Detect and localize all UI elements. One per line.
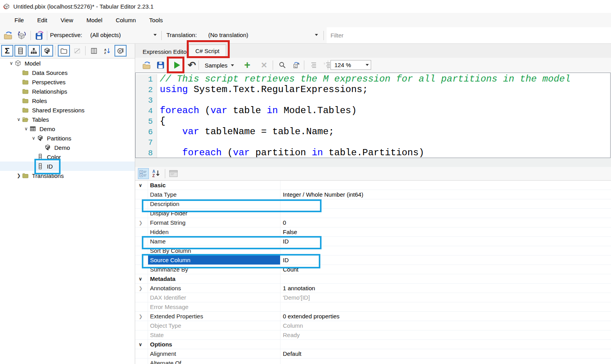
alphabetical-icon[interactable]: A Z (151, 168, 162, 179)
expand-icon[interactable]: ❯ (139, 286, 143, 291)
table-columns-toggle[interactable] (88, 45, 100, 57)
menu-item-tools[interactable]: Tools (143, 13, 170, 27)
code-line-2[interactable]: 2using System.Text.RegularExpressions; (136, 85, 610, 95)
tree-item-partitions[interactable]: ∨Partitions (0, 133, 135, 143)
collapse-icon[interactable]: ∨ (15, 117, 22, 122)
hidden-objects-toggle[interactable] (71, 45, 83, 57)
property-value[interactable]: 0 (283, 219, 286, 226)
samples-dropdown[interactable]: Samples (202, 60, 236, 71)
property-row-data-type[interactable]: Data TypeInteger / Whole Number (int64) (135, 190, 611, 199)
delete-icon[interactable]: ✕ (258, 60, 270, 71)
property-row-summarize-by[interactable]: Summarize ByCount (135, 265, 611, 274)
tree-item-shared-expressions[interactable]: Shared Expressions (0, 105, 135, 115)
menu-item-column[interactable]: Column (109, 13, 143, 27)
menu-item-edit[interactable]: Edit (30, 13, 54, 27)
measures-toggle[interactable]: Σ (1, 45, 13, 57)
tab-expression-editor[interactable]: Expression Editor (138, 46, 194, 58)
code-line-5[interactable]: 5{ (136, 116, 610, 127)
tree-item-demo[interactable]: Demo (0, 143, 135, 152)
code-line-8[interactable]: 8 foreach (var partition in table.Partit… (136, 148, 610, 158)
menu-item-model[interactable]: Model (80, 13, 109, 27)
run-script-icon[interactable] (171, 60, 183, 71)
property-value[interactable]: Count (283, 266, 298, 273)
tree-item-relationships[interactable]: Relationships (0, 87, 135, 96)
refresh-model-icon[interactable] (16, 30, 27, 41)
property-row-display-folder[interactable]: Display Folder (135, 209, 611, 218)
splitter[interactable] (135, 158, 611, 167)
code-line-6[interactable]: 6 var tableName = table.Name; (136, 127, 610, 137)
zoom-dropdown-arrow-icon[interactable] (364, 64, 371, 66)
partitions-toggle[interactable] (41, 45, 53, 57)
property-value[interactable]: 1 annotation (283, 285, 315, 291)
property-value[interactable]: 'Demo'[ID] (283, 294, 310, 301)
tree-item-data-sources[interactable]: Data Sources (0, 68, 135, 77)
tree-item-model[interactable]: ∨Model (0, 59, 135, 68)
tree-item-id[interactable]: ID (0, 162, 135, 171)
property-row-extended-properties[interactable]: ❯Extended Properties0 extended propertie… (135, 312, 611, 321)
tree-item-translations[interactable]: ❯Translations (0, 171, 135, 180)
selected-property-cell[interactable]: Source Column (148, 256, 280, 265)
property-value[interactable]: 0 extended properties (283, 313, 339, 320)
code-line-1[interactable]: 1// This script retrieves the M expressi… (136, 74, 610, 85)
collapse-icon[interactable]: ∨ (23, 126, 30, 131)
property-row-annotations[interactable]: ❯Annotations1 annotation (135, 284, 611, 293)
property-value[interactable]: Column (283, 322, 303, 329)
property-value[interactable]: ID (283, 238, 289, 245)
property-row-error-message[interactable]: Error Message (135, 302, 611, 312)
code-line-4[interactable]: 4foreach (var table in Model.Tables) (136, 106, 610, 116)
filter-input[interactable]: Filter (327, 27, 611, 43)
property-row-source-column[interactable]: Source ColumnID (135, 256, 611, 265)
show-objects-toggle[interactable]: C (114, 45, 127, 57)
collapse-icon[interactable]: ∨ (139, 342, 142, 347)
property-row-hidden[interactable]: HiddenFalse (135, 227, 611, 237)
property-pages-icon[interactable] (168, 168, 179, 179)
tree-item-roles[interactable]: Roles (0, 96, 135, 105)
property-value[interactable]: Ready (283, 332, 300, 338)
perspective-select[interactable]: (All objects) (90, 32, 121, 38)
property-section-options[interactable]: ∨Options (135, 340, 611, 349)
property-row-state[interactable]: StateReady (135, 330, 611, 340)
tree-item-color[interactable]: Color (0, 152, 135, 162)
property-section-metadata[interactable]: ∨Metadata (135, 274, 611, 284)
property-row-description[interactable]: Description (135, 199, 611, 209)
property-row-alignment[interactable]: AlignmentDefault (135, 349, 611, 359)
csharp-code-editor[interactable]: 1// This script retrieves the M expressi… (135, 73, 611, 158)
hierarchies-toggle[interactable] (28, 45, 40, 57)
format-indent-icon[interactable] (307, 60, 319, 71)
code-line-3[interactable]: 3 (136, 95, 610, 106)
property-row-format-string[interactable]: ❯Format String0 (135, 218, 611, 227)
property-row-object-type[interactable]: Object TypeColumn (135, 321, 611, 330)
add-icon[interactable]: + (241, 60, 253, 71)
collapse-icon[interactable]: ∨ (139, 276, 142, 282)
open-script-icon[interactable] (141, 60, 152, 71)
property-row-sort-by-column[interactable]: Sort By Column (135, 246, 611, 256)
goto-code-icon[interactable]: C b (291, 60, 302, 71)
expand-icon[interactable]: ❯ (139, 220, 143, 226)
tree-item-demo[interactable]: ∨Demo (0, 124, 135, 133)
save-script-icon[interactable] (155, 60, 166, 71)
code-line-7[interactable]: 7 (136, 137, 610, 148)
property-row-name[interactable]: NameID (135, 237, 611, 246)
collapse-icon[interactable]: ∨ (139, 183, 142, 188)
save-model-icon[interactable] (34, 30, 45, 41)
tab-csharp-script[interactable]: C# Script (189, 44, 226, 58)
categorized-icon[interactable] (138, 168, 149, 179)
columns-toggle[interactable] (14, 45, 27, 57)
collapse-icon[interactable]: ∨ (30, 135, 37, 141)
property-row-dax-identifier[interactable]: DAX Identifier'Demo'[ID] (135, 293, 611, 302)
translation-select[interactable]: (No translation) (208, 32, 248, 38)
undo-icon[interactable]: ↶ (186, 60, 198, 71)
tree-item-perspectives[interactable]: Perspectives (0, 77, 135, 87)
property-value[interactable]: Default (283, 350, 302, 357)
property-value[interactable]: Integer / Whole Number (int64) (283, 191, 363, 198)
translation-dropdown-arrow-icon[interactable] (315, 34, 318, 36)
property-value[interactable]: ID (283, 257, 289, 263)
menu-item-file[interactable]: File (8, 13, 30, 27)
open-model-icon[interactable] (2, 30, 14, 41)
property-section-basic[interactable]: ∨Basic (135, 181, 611, 190)
property-row-alternate-of[interactable]: Alternate Of (135, 359, 611, 364)
menu-item-view[interactable]: View (54, 13, 80, 27)
sort-alphabetical-toggle[interactable]: AZ (101, 45, 113, 57)
display-folders-toggle[interactable] (58, 45, 70, 57)
property-value[interactable]: False (283, 229, 297, 235)
